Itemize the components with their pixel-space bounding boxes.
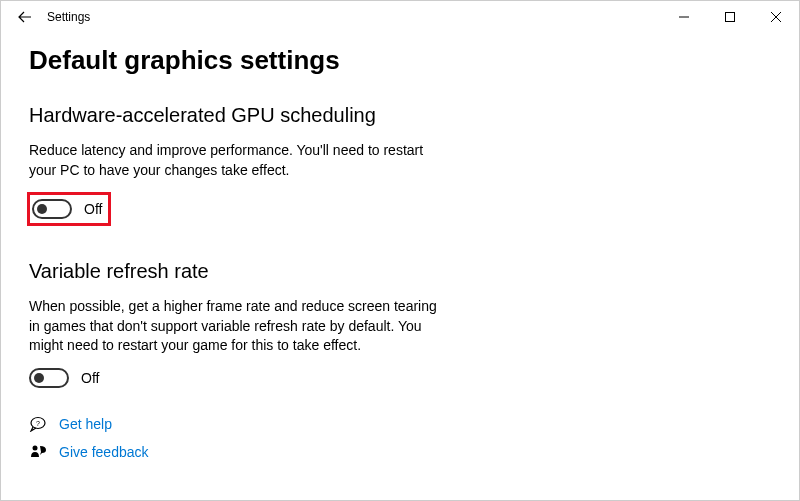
svg-point-6: [33, 445, 38, 450]
maximize-button[interactable]: [707, 1, 753, 33]
gpu-scheduling-toggle[interactable]: [32, 199, 72, 219]
close-button[interactable]: [753, 1, 799, 33]
svg-rect-1: [726, 13, 735, 22]
gpu-scheduling-toggle-row: Off: [27, 192, 111, 226]
page-title: Default graphics settings: [29, 45, 771, 76]
vrr-toggle-label: Off: [81, 370, 99, 386]
app-title: Settings: [47, 10, 90, 24]
close-icon: [771, 12, 781, 22]
titlebar: Settings: [1, 1, 799, 33]
gpu-scheduling-heading: Hardware-accelerated GPU scheduling: [29, 104, 771, 127]
arrow-left-icon: [17, 9, 33, 25]
give-feedback-link[interactable]: Give feedback: [59, 444, 149, 460]
get-help-row: ? Get help: [29, 416, 771, 432]
get-help-link[interactable]: Get help: [59, 416, 112, 432]
svg-text:?: ?: [36, 419, 40, 426]
toggle-knob-icon: [37, 204, 47, 214]
vrr-toggle[interactable]: [29, 368, 69, 388]
gpu-scheduling-description: Reduce latency and improve performance. …: [29, 141, 439, 180]
toggle-knob-icon: [34, 373, 44, 383]
minimize-button[interactable]: [661, 1, 707, 33]
give-feedback-row: Give feedback: [29, 444, 771, 460]
vrr-heading: Variable refresh rate: [29, 260, 771, 283]
vrr-description: When possible, get a higher frame rate a…: [29, 297, 439, 356]
minimize-icon: [679, 12, 689, 22]
maximize-icon: [725, 12, 735, 22]
gpu-scheduling-toggle-label: Off: [84, 201, 102, 217]
back-button[interactable]: [13, 5, 37, 29]
window-controls: [661, 1, 799, 33]
feedback-icon: [29, 444, 47, 460]
vrr-toggle-row: Off: [29, 368, 771, 388]
help-icon: ?: [29, 416, 47, 432]
content-area: Default graphics settings Hardware-accel…: [1, 33, 799, 492]
